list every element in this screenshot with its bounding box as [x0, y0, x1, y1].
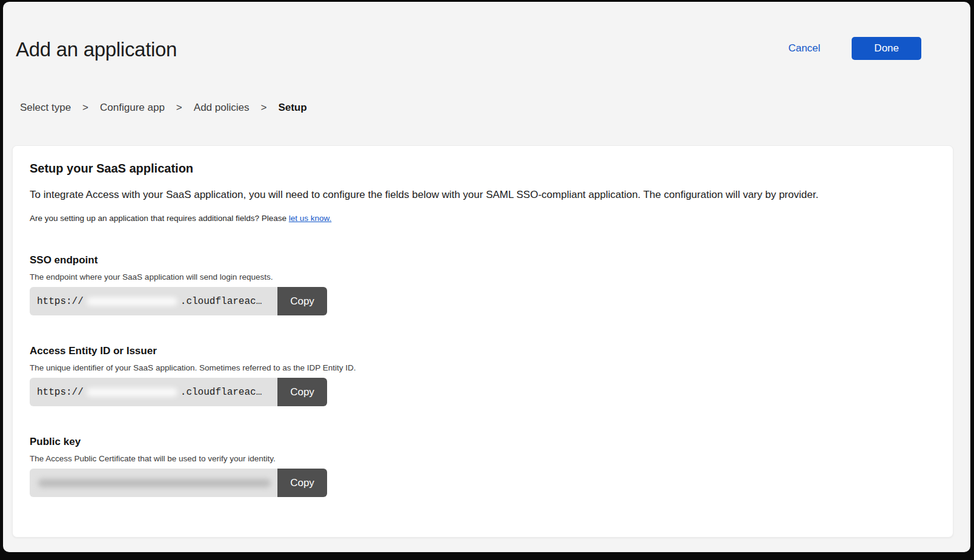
public-key-value-box: Copy	[30, 469, 327, 497]
header-actions: Cancel Done	[784, 37, 921, 60]
field-description: The unique identifier of your SaaS appli…	[30, 363, 936, 372]
value-suffix: .cloudflareac…	[181, 296, 262, 307]
breadcrumb: Select type > Configure app > Add polici…	[20, 102, 307, 114]
access-entity-id-value-box: https:// .cloudflareac… Copy	[30, 378, 327, 406]
note-prefix: Are you setting up an application that r…	[30, 214, 289, 223]
intro-text: To integrate Access with your SaaS appli…	[30, 189, 936, 201]
redacted-value-blur	[38, 479, 271, 487]
breadcrumb-step-add-policies[interactable]: Add policies	[194, 102, 250, 114]
screenshot-frame: { "header": { "title": "Add an applicati…	[0, 0, 974, 560]
page-title: Add an application	[16, 38, 177, 61]
copy-access-entity-id-button[interactable]: Copy	[277, 378, 327, 406]
breadcrumb-step-setup: Setup	[278, 102, 306, 114]
breadcrumb-step-select-type[interactable]: Select type	[20, 102, 71, 114]
access-entity-id-value: https:// .cloudflareac…	[30, 378, 277, 406]
done-button[interactable]: Done	[852, 37, 921, 60]
breadcrumb-separator: >	[260, 102, 267, 114]
public-key-value	[30, 469, 277, 497]
card-heading: Setup your SaaS application	[30, 162, 936, 176]
breadcrumb-separator: >	[82, 102, 88, 114]
field-description: The endpoint where your SaaS application…	[30, 272, 936, 282]
value-prefix: https://	[37, 387, 84, 398]
field-label: Public key	[30, 436, 936, 448]
value-prefix: https://	[37, 296, 84, 307]
redacted-value-blur	[87, 388, 177, 397]
copy-sso-endpoint-button[interactable]: Copy	[277, 287, 327, 315]
cancel-button[interactable]: Cancel	[784, 42, 824, 55]
field-access-entity-id: Access Entity ID or Issuer The unique id…	[30, 345, 936, 406]
field-public-key: Public key The Access Public Certificate…	[30, 436, 936, 497]
page: Add an application Cancel Done Select ty…	[3, 2, 970, 552]
sso-endpoint-value-box: https:// .cloudflareac… Copy	[30, 287, 327, 315]
field-label: SSO endpoint	[30, 254, 936, 266]
field-sso-endpoint: SSO endpoint The endpoint where your Saa…	[30, 254, 936, 315]
note-text: Are you setting up an application that r…	[30, 214, 936, 223]
sso-endpoint-value: https:// .cloudflareac…	[30, 287, 277, 315]
setup-card: Setup your SaaS application To integrate…	[12, 145, 953, 538]
let-us-know-link[interactable]: let us know.	[289, 214, 332, 223]
value-suffix: .cloudflareac…	[181, 387, 262, 398]
field-label: Access Entity ID or Issuer	[30, 345, 936, 357]
breadcrumb-step-configure-app[interactable]: Configure app	[100, 102, 165, 114]
breadcrumb-separator: >	[176, 102, 182, 114]
field-description: The Access Public Certificate that will …	[30, 454, 936, 463]
copy-public-key-button[interactable]: Copy	[277, 469, 327, 497]
redacted-value-blur	[87, 297, 177, 306]
